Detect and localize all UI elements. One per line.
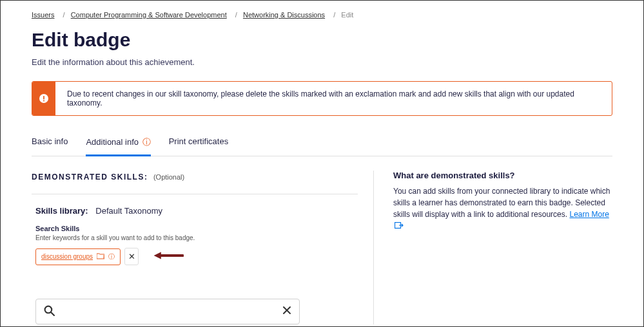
page-title: Edit badge <box>32 29 612 51</box>
skill-chip-label: discussion groups <box>41 253 93 260</box>
search-icon <box>44 305 55 319</box>
sidebar-title: What are demonstrated skills? <box>393 171 612 180</box>
skills-library-value: Default Taxonomy <box>95 206 162 216</box>
warning-icon: ⓘ <box>108 252 115 261</box>
skills-library-row: Skills library: Default Taxonomy <box>32 206 358 216</box>
breadcrumb-link-networking[interactable]: Networking & Discussions <box>243 11 325 19</box>
optional-label: (Optional) <box>153 173 184 181</box>
breadcrumb: Issuers / Computer Programming & Softwar… <box>32 11 612 19</box>
search-skills-hint: Enter keywords for a skill you want to a… <box>32 234 358 241</box>
folder-icon <box>97 253 104 261</box>
skills-library-label: Skills library: <box>35 206 88 216</box>
close-icon: ✕ <box>128 252 135 261</box>
skill-chip[interactable]: discussion groups ⓘ <box>35 248 121 265</box>
page-subtitle: Edit the information about this achievem… <box>32 57 612 67</box>
tab-label: Basic info <box>32 136 68 146</box>
annotation-arrow <box>153 250 184 264</box>
divider <box>32 194 358 194</box>
tab-additional-info[interactable]: Additional info ⓘ <box>86 130 150 156</box>
warning-icon: ⓘ <box>142 137 151 147</box>
tab-label: Additional info <box>86 137 139 147</box>
search-input[interactable] <box>55 306 282 317</box>
tab-label: Print certificates <box>169 136 228 146</box>
breadcrumb-separator: / <box>235 11 237 19</box>
section-title-skills: DEMONSTRATED SKILLS: <box>32 173 148 182</box>
breadcrumb-link-issuers[interactable]: Issuers <box>32 11 54 19</box>
sidebar-text: You can add skills from your connected l… <box>393 185 612 232</box>
alert-text: Due to recent changes in our skill taxon… <box>55 82 612 115</box>
tabs: Basic info Additional info ⓘ Print certi… <box>32 130 612 156</box>
tab-print-certificates[interactable]: Print certificates <box>169 130 228 156</box>
breadcrumb-current: Edit <box>341 11 353 19</box>
alert-icon <box>32 82 55 115</box>
svg-line-4 <box>51 312 54 315</box>
alert-banner: Due to recent changes in our skill taxon… <box>32 81 612 116</box>
breadcrumb-link-program[interactable]: Computer Programming & Software Developm… <box>71 11 227 19</box>
breadcrumb-separator: / <box>63 11 65 19</box>
search-input-container[interactable] <box>35 299 300 324</box>
external-link-icon <box>395 221 404 232</box>
learn-more-link[interactable]: Learn More <box>569 210 609 219</box>
remove-skill-button[interactable]: ✕ <box>124 248 139 265</box>
breadcrumb-separator: / <box>333 11 335 19</box>
search-skills-label: Search Skills <box>32 225 358 232</box>
svg-rect-2 <box>43 100 44 102</box>
clear-search-button[interactable] <box>282 306 291 317</box>
tab-basic-info[interactable]: Basic info <box>32 130 68 156</box>
svg-rect-1 <box>43 96 44 99</box>
